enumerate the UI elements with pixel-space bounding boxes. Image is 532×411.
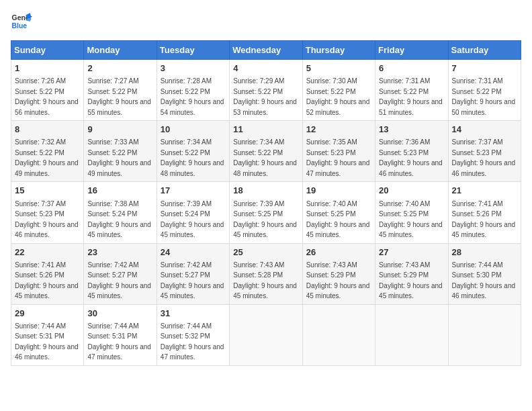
- day-detail: Sunrise: 7:38 AMSunset: 5:24 PMDaylight:…: [87, 200, 151, 239]
- calendar-cell: 16Sunrise: 7:38 AMSunset: 5:24 PMDayligh…: [84, 182, 157, 243]
- day-number: 27: [379, 246, 444, 259]
- page-header: General Blue: [11, 11, 521, 32]
- day-detail: Sunrise: 7:31 AMSunset: 5:22 PMDaylight:…: [452, 77, 516, 116]
- day-number: 18: [233, 185, 298, 197]
- calendar-week-2: 8Sunrise: 7:32 AMSunset: 5:22 PMDaylight…: [11, 121, 521, 182]
- calendar-cell: 13Sunrise: 7:36 AMSunset: 5:23 PMDayligh…: [375, 121, 448, 182]
- calendar-table: SundayMondayTuesdayWednesdayThursdayFrid…: [11, 40, 521, 366]
- day-number: 2: [87, 62, 152, 75]
- day-number: 14: [452, 124, 517, 136]
- day-number: 25: [233, 246, 298, 259]
- day-number: 12: [306, 124, 371, 136]
- day-number: 19: [306, 185, 371, 197]
- day-number: 10: [161, 124, 226, 136]
- day-detail: Sunrise: 7:41 AMSunset: 5:26 PMDaylight:…: [452, 200, 516, 239]
- calendar-cell: 26Sunrise: 7:43 AMSunset: 5:29 PMDayligh…: [302, 243, 375, 304]
- day-detail: Sunrise: 7:37 AMSunset: 5:23 PMDaylight:…: [452, 138, 516, 177]
- calendar-cell: 19Sunrise: 7:40 AMSunset: 5:25 PMDayligh…: [302, 182, 375, 243]
- day-detail: Sunrise: 7:40 AMSunset: 5:25 PMDaylight:…: [306, 200, 370, 239]
- svg-text:Blue: Blue: [12, 22, 28, 30]
- day-number: 11: [233, 124, 298, 136]
- day-detail: Sunrise: 7:43 AMSunset: 5:29 PMDaylight:…: [306, 261, 370, 300]
- logo-icon: General Blue: [11, 11, 32, 32]
- day-number: 15: [15, 185, 80, 197]
- day-detail: Sunrise: 7:39 AMSunset: 5:25 PMDaylight:…: [233, 200, 297, 239]
- calendar-cell: 25Sunrise: 7:43 AMSunset: 5:28 PMDayligh…: [230, 243, 302, 304]
- calendar-cell: 3Sunrise: 7:28 AMSunset: 5:22 PMDaylight…: [157, 60, 229, 121]
- calendar-cell: 29Sunrise: 7:44 AMSunset: 5:31 PMDayligh…: [11, 304, 84, 365]
- day-detail: Sunrise: 7:36 AMSunset: 5:23 PMDaylight:…: [379, 138, 443, 177]
- day-number: 16: [87, 185, 152, 197]
- calendar-cell: [375, 304, 448, 365]
- calendar-cell: 9Sunrise: 7:33 AMSunset: 5:22 PMDaylight…: [84, 121, 157, 182]
- day-detail: Sunrise: 7:32 AMSunset: 5:22 PMDaylight:…: [15, 138, 79, 177]
- day-number: 20: [379, 185, 444, 197]
- day-detail: Sunrise: 7:42 AMSunset: 5:27 PMDaylight:…: [161, 261, 224, 300]
- calendar-cell: 7Sunrise: 7:31 AMSunset: 5:22 PMDaylight…: [448, 60, 521, 121]
- day-number: 7: [452, 62, 517, 75]
- day-detail: Sunrise: 7:34 AMSunset: 5:22 PMDaylight:…: [161, 138, 224, 177]
- header-tuesday: Tuesday: [157, 41, 229, 60]
- day-number: 22: [15, 246, 80, 259]
- calendar-cell: 30Sunrise: 7:44 AMSunset: 5:31 PMDayligh…: [84, 304, 157, 365]
- day-detail: Sunrise: 7:29 AMSunset: 5:22 PMDaylight:…: [233, 77, 297, 116]
- calendar-cell: 14Sunrise: 7:37 AMSunset: 5:23 PMDayligh…: [448, 121, 521, 182]
- day-detail: Sunrise: 7:34 AMSunset: 5:22 PMDaylight:…: [233, 138, 297, 177]
- calendar-cell: 23Sunrise: 7:42 AMSunset: 5:27 PMDayligh…: [84, 243, 157, 304]
- calendar-cell: 27Sunrise: 7:43 AMSunset: 5:29 PMDayligh…: [375, 243, 448, 304]
- header-sunday: Sunday: [11, 41, 84, 60]
- logo: General Blue: [11, 11, 32, 32]
- day-number: 6: [379, 62, 444, 75]
- day-number: 4: [233, 62, 298, 75]
- day-number: 1: [15, 62, 80, 75]
- calendar-cell: 22Sunrise: 7:41 AMSunset: 5:26 PMDayligh…: [11, 243, 84, 304]
- calendar-cell: 5Sunrise: 7:30 AMSunset: 5:22 PMDaylight…: [302, 60, 375, 121]
- day-detail: Sunrise: 7:30 AMSunset: 5:22 PMDaylight:…: [306, 77, 370, 116]
- calendar-cell: 31Sunrise: 7:44 AMSunset: 5:32 PMDayligh…: [157, 304, 229, 365]
- calendar-week-4: 22Sunrise: 7:41 AMSunset: 5:26 PMDayligh…: [11, 243, 521, 304]
- calendar-week-5: 29Sunrise: 7:44 AMSunset: 5:31 PMDayligh…: [11, 304, 521, 365]
- calendar-cell: 15Sunrise: 7:37 AMSunset: 5:23 PMDayligh…: [11, 182, 84, 243]
- day-detail: Sunrise: 7:43 AMSunset: 5:28 PMDaylight:…: [233, 261, 297, 300]
- day-number: 26: [306, 246, 371, 259]
- calendar-cell: 12Sunrise: 7:35 AMSunset: 5:23 PMDayligh…: [302, 121, 375, 182]
- day-number: 5: [306, 62, 371, 75]
- day-detail: Sunrise: 7:44 AMSunset: 5:31 PMDaylight:…: [15, 322, 79, 361]
- calendar-cell: 17Sunrise: 7:39 AMSunset: 5:24 PMDayligh…: [157, 182, 229, 243]
- day-number: 3: [161, 62, 226, 75]
- calendar-week-1: 1Sunrise: 7:26 AMSunset: 5:22 PMDaylight…: [11, 60, 521, 121]
- calendar-cell: 4Sunrise: 7:29 AMSunset: 5:22 PMDaylight…: [230, 60, 302, 121]
- calendar-cell: 2Sunrise: 7:27 AMSunset: 5:22 PMDaylight…: [84, 60, 157, 121]
- day-number: 23: [87, 246, 152, 259]
- calendar-cell: 24Sunrise: 7:42 AMSunset: 5:27 PMDayligh…: [157, 243, 229, 304]
- day-detail: Sunrise: 7:35 AMSunset: 5:23 PMDaylight:…: [306, 138, 370, 177]
- calendar-cell: 18Sunrise: 7:39 AMSunset: 5:25 PMDayligh…: [230, 182, 302, 243]
- calendar-cell: 1Sunrise: 7:26 AMSunset: 5:22 PMDaylight…: [11, 60, 84, 121]
- header-thursday: Thursday: [302, 41, 375, 60]
- day-detail: Sunrise: 7:42 AMSunset: 5:27 PMDaylight:…: [87, 261, 151, 300]
- day-detail: Sunrise: 7:41 AMSunset: 5:26 PMDaylight:…: [15, 261, 79, 300]
- calendar-cell: 6Sunrise: 7:31 AMSunset: 5:22 PMDaylight…: [375, 60, 448, 121]
- day-detail: Sunrise: 7:44 AMSunset: 5:32 PMDaylight:…: [161, 322, 224, 361]
- day-number: 30: [87, 308, 152, 320]
- day-detail: Sunrise: 7:40 AMSunset: 5:25 PMDaylight:…: [379, 200, 443, 239]
- header-friday: Friday: [375, 41, 448, 60]
- day-detail: Sunrise: 7:28 AMSunset: 5:22 PMDaylight:…: [161, 77, 224, 116]
- day-detail: Sunrise: 7:31 AMSunset: 5:22 PMDaylight:…: [379, 77, 443, 116]
- day-detail: Sunrise: 7:39 AMSunset: 5:24 PMDaylight:…: [161, 200, 224, 239]
- day-detail: Sunrise: 7:27 AMSunset: 5:22 PMDaylight:…: [87, 77, 151, 116]
- calendar-cell: 10Sunrise: 7:34 AMSunset: 5:22 PMDayligh…: [157, 121, 229, 182]
- day-number: 8: [15, 124, 80, 136]
- day-detail: Sunrise: 7:43 AMSunset: 5:29 PMDaylight:…: [379, 261, 443, 300]
- day-number: 29: [15, 308, 80, 320]
- calendar-cell: [230, 304, 302, 365]
- day-number: 31: [161, 308, 226, 320]
- day-number: 24: [161, 246, 226, 259]
- calendar-header-row: SundayMondayTuesdayWednesdayThursdayFrid…: [11, 41, 521, 60]
- day-detail: Sunrise: 7:33 AMSunset: 5:22 PMDaylight:…: [87, 138, 151, 177]
- day-detail: Sunrise: 7:37 AMSunset: 5:23 PMDaylight:…: [15, 200, 79, 239]
- header-monday: Monday: [84, 41, 157, 60]
- day-number: 13: [379, 124, 444, 136]
- calendar-cell: 21Sunrise: 7:41 AMSunset: 5:26 PMDayligh…: [448, 182, 521, 243]
- header-saturday: Saturday: [448, 41, 521, 60]
